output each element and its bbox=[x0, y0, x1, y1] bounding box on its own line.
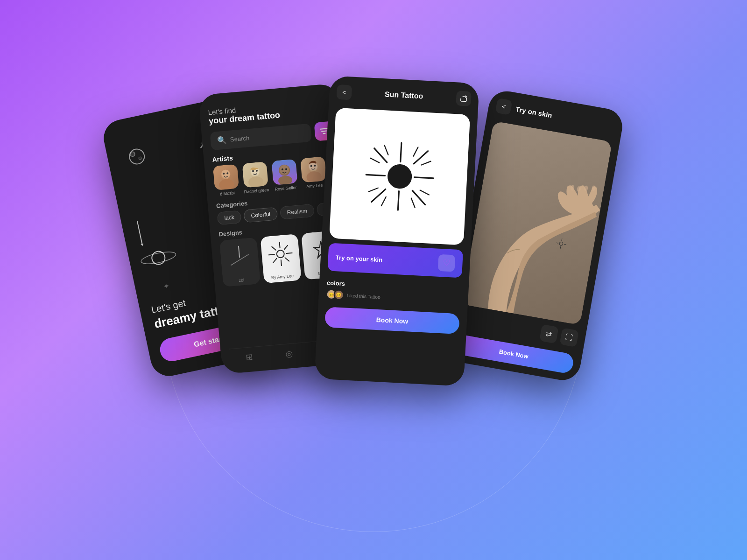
category-colorful[interactable]: Colorful bbox=[244, 207, 278, 223]
artists-section: Artists d bbox=[212, 145, 338, 197]
design-card-1[interactable]: zbi bbox=[219, 237, 261, 287]
svg-line-61 bbox=[372, 189, 386, 203]
svg-line-57 bbox=[415, 177, 433, 178]
nav-location-icon[interactable]: ◎ bbox=[285, 349, 294, 359]
svg-line-44 bbox=[280, 242, 280, 248]
svg-point-2 bbox=[139, 157, 142, 160]
svg-point-16 bbox=[140, 250, 176, 266]
svg-line-17 bbox=[320, 128, 328, 129]
svg-line-63 bbox=[413, 147, 418, 156]
svg-line-47 bbox=[287, 253, 292, 253]
svg-line-68 bbox=[369, 188, 378, 192]
share-button[interactable] bbox=[456, 91, 472, 106]
svg-line-74 bbox=[562, 238, 562, 241]
category-black[interactable]: lack bbox=[217, 210, 242, 225]
colors-section: colors 😊 😊 Liked this Tattoo bbox=[318, 275, 469, 310]
artist-name-ross: Ross Geller bbox=[275, 185, 297, 192]
nav-home-icon[interactable]: ⊞ bbox=[246, 352, 254, 363]
svg-line-77 bbox=[564, 245, 566, 245]
tattoo-image-area bbox=[329, 108, 470, 245]
artist-ross[interactable]: Ross Geller bbox=[271, 159, 298, 192]
moon-icon bbox=[124, 142, 152, 170]
search-row: 🔍 Search bbox=[210, 121, 334, 150]
svg-line-49 bbox=[285, 258, 289, 262]
svg-line-60 bbox=[414, 150, 428, 164]
svg-line-62 bbox=[384, 146, 389, 155]
design-card-2[interactable]: By Amy Lee bbox=[260, 234, 301, 284]
artist-name-amy: Amy Lee bbox=[306, 183, 323, 189]
artist-amy[interactable]: Amy Lee bbox=[300, 156, 327, 189]
svg-line-64 bbox=[421, 161, 430, 166]
artist-avatar-rachel bbox=[242, 161, 268, 188]
liked-avatars: 😊 😊 bbox=[326, 289, 344, 300]
svg-line-65 bbox=[420, 190, 429, 195]
artist-avatar-mozbi bbox=[213, 164, 239, 190]
book-now-button[interactable]: Book Now bbox=[324, 307, 460, 334]
artist-name-rachel: Rachel green bbox=[244, 188, 269, 195]
svg-line-50 bbox=[284, 245, 288, 250]
try-on-banner: Try on your skin ♡ bbox=[327, 243, 463, 278]
svg-point-21 bbox=[218, 178, 234, 190]
svg-line-67 bbox=[381, 196, 386, 206]
svg-line-59 bbox=[412, 190, 426, 204]
flip-button[interactable]: ⇄ bbox=[539, 324, 559, 344]
liked-avatar-2: 😊 bbox=[333, 289, 344, 300]
fullscreen-button[interactable]: ⛶ bbox=[559, 328, 579, 347]
card2-header: Let's find your dream tattoo bbox=[207, 93, 332, 126]
svg-point-78 bbox=[559, 242, 563, 246]
svg-point-43 bbox=[276, 250, 284, 258]
svg-point-26 bbox=[248, 176, 264, 188]
category-realism[interactable]: Realism bbox=[280, 204, 315, 220]
skin-preview-area bbox=[461, 121, 612, 325]
svg-line-45 bbox=[281, 260, 282, 266]
liked-text: Liked this Tattoo bbox=[346, 293, 381, 300]
svg-point-37 bbox=[306, 171, 322, 183]
svg-line-46 bbox=[269, 254, 275, 255]
artist-rachel[interactable]: Rachel green bbox=[242, 161, 269, 194]
tattoo-detail-card: < Sun Tattoo bbox=[314, 76, 479, 386]
svg-line-54 bbox=[401, 143, 402, 161]
svg-line-41 bbox=[239, 246, 240, 258]
try-on-text: Try on your skin bbox=[335, 254, 382, 263]
svg-line-14 bbox=[137, 221, 142, 244]
svg-line-58 bbox=[374, 148, 388, 162]
svg-line-56 bbox=[366, 175, 385, 175]
categories-section: Categories lack Colorful Realism Su bbox=[216, 192, 341, 225]
svg-point-0 bbox=[128, 148, 146, 166]
artist-avatar-amy bbox=[300, 156, 326, 182]
sparkle-deco: ✦ bbox=[162, 281, 170, 291]
search-box[interactable]: 🔍 Search bbox=[210, 123, 312, 150]
saturn-icon bbox=[137, 244, 180, 273]
design-label-1: zbi bbox=[223, 276, 261, 284]
svg-line-55 bbox=[398, 191, 399, 210]
card4-back-button[interactable]: < bbox=[495, 98, 513, 115]
heart-button[interactable]: ♡ bbox=[438, 254, 456, 272]
card4-title: Try on skin bbox=[515, 105, 553, 119]
svg-line-51 bbox=[273, 259, 277, 263]
cards-container: ✦ ✦ ✦ Let's get dreamy tattoos Get start… bbox=[117, 70, 630, 490]
needle-icon bbox=[134, 220, 145, 246]
artist-avatar-ross bbox=[271, 159, 297, 185]
search-icon: 🔍 bbox=[217, 135, 227, 145]
artist-mozbi[interactable]: d Mozbi bbox=[213, 164, 240, 197]
svg-line-75 bbox=[560, 246, 561, 249]
svg-line-18 bbox=[322, 131, 326, 132]
back-button[interactable]: < bbox=[337, 84, 352, 100]
svg-line-48 bbox=[272, 246, 276, 251]
svg-line-69 bbox=[370, 158, 380, 163]
hand-photo bbox=[461, 121, 612, 325]
svg-point-53 bbox=[388, 164, 412, 189]
artist-name-mozbi: d Mozbi bbox=[220, 190, 235, 196]
search-placeholder: Search bbox=[230, 134, 249, 143]
svg-line-76 bbox=[556, 243, 558, 244]
tattoo-title: Sun Tattoo bbox=[385, 90, 423, 100]
svg-line-66 bbox=[411, 198, 416, 208]
